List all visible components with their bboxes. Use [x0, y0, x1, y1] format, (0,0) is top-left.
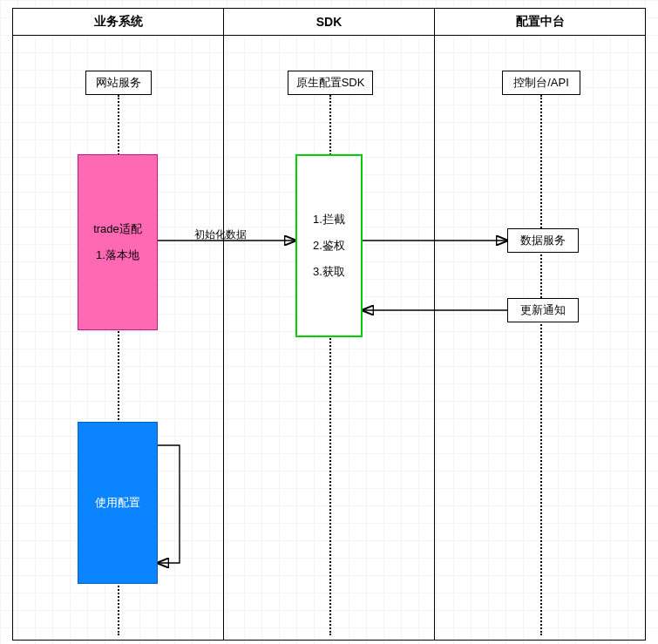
activation-sdk-core: 1.拦截 2.鉴权 3.获取	[295, 154, 363, 337]
lane-header-biz: 业务系统	[12, 8, 224, 36]
activation-trade-adapter: trade适配 1.落本地	[78, 154, 158, 330]
diagram-stage: 业务系统 SDK 配置中台 网站服务 原生配置SDK 控制台/API	[0, 0, 658, 644]
use-config-label: 使用配置	[95, 495, 140, 511]
lane-header-config: 配置中台	[435, 8, 646, 36]
node-update-notify-label: 更新通知	[520, 302, 566, 318]
edge-label-init-data: 初始化数据	[181, 227, 260, 242]
sdk-core-step1: 1.拦截	[313, 212, 345, 227]
lane-header-sdk: SDK	[224, 8, 435, 36]
sdk-core-step2: 2.鉴权	[313, 238, 345, 254]
node-data-service-label: 数据服务	[520, 233, 566, 248]
actor-native-sdk: 原生配置SDK	[288, 71, 373, 95]
actor-console-api-label: 控制台/API	[513, 75, 569, 91]
node-update-notify: 更新通知	[507, 298, 579, 322]
trade-adapter-title: trade适配	[93, 221, 142, 237]
actor-web-service-label: 网站服务	[96, 75, 141, 91]
lifeline-config	[540, 95, 542, 635]
node-data-service: 数据服务	[507, 228, 579, 253]
trade-adapter-step1: 1.落本地	[96, 247, 139, 263]
sdk-core-step3: 3.获取	[313, 264, 345, 280]
lane-headers: 业务系统 SDK 配置中台	[12, 8, 646, 36]
activation-use-config: 使用配置	[78, 422, 158, 584]
actor-native-sdk-label: 原生配置SDK	[296, 75, 365, 91]
actor-web-service: 网站服务	[85, 71, 152, 95]
actor-console-api: 控制台/API	[502, 71, 580, 95]
